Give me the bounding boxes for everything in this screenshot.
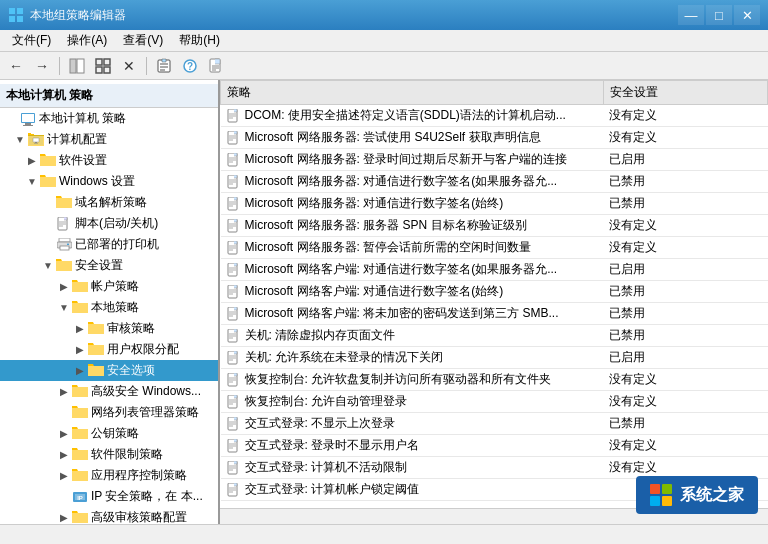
table-row[interactable]: Microsoft 网络服务器: 对通信进行数字签名(如果服务器允...已禁用 — [221, 171, 768, 193]
menu-action[interactable]: 操作(A) — [59, 30, 115, 51]
tree-label-dns: 域名解析策略 — [75, 194, 147, 211]
export-button[interactable] — [204, 55, 228, 77]
tree-item-advsecu[interactable]: ▶ 高级安全 Windows... — [0, 381, 218, 402]
policy-row-icon — [227, 351, 241, 365]
tree-item-security[interactable]: ▼ 安全设置 — [0, 255, 218, 276]
help-button[interactable]: ? — [178, 55, 202, 77]
toggle-security[interactable]: ▼ — [40, 258, 56, 274]
tree-label-local-policy: 本地策略 — [91, 299, 139, 316]
table-row[interactable]: Microsoft 网络服务器: 对通信进行数字签名(始终)已禁用 — [221, 193, 768, 215]
toggle-audit[interactable]: ▶ — [72, 321, 88, 337]
policy-setting: 已禁用 — [603, 281, 767, 303]
back-button[interactable]: ← — [4, 55, 28, 77]
policy-setting: 没有定义 — [603, 215, 767, 237]
tree-item-secoptions[interactable]: ▶ 安全选项 — [0, 360, 218, 381]
tree-item-local[interactable]: 本地计算机 策略 — [0, 108, 218, 129]
maximize-button[interactable]: □ — [706, 5, 732, 25]
table-row[interactable]: Microsoft 网络服务器: 尝试使用 S4U2Self 获取声明信息没有定… — [221, 127, 768, 149]
toggle-advaudit[interactable]: ▶ — [56, 510, 72, 525]
tree-item-userrights[interactable]: ▶ 用户权限分配 — [0, 339, 218, 360]
tree-item-local-policy[interactable]: ▼ 本地策略 — [0, 297, 218, 318]
tree-item-software[interactable]: ▶ 软件设置 — [0, 150, 218, 171]
menu-view[interactable]: 查看(V) — [115, 30, 171, 51]
forward-button[interactable]: → — [30, 55, 54, 77]
toggle-dns — [40, 195, 56, 211]
tree-item-printer[interactable]: 已部署的打印机 — [0, 234, 218, 255]
table-row[interactable]: Microsoft 网络服务器: 暂停会话前所需的空闲时间数量没有定义 — [221, 237, 768, 259]
toggle-softlimit[interactable]: ▶ — [56, 447, 72, 463]
separator-1 — [59, 57, 60, 75]
table-row[interactable]: Microsoft 网络客户端: 对通信进行数字签名(始终)已禁用 — [221, 281, 768, 303]
windows-logo — [650, 484, 672, 506]
tree-label-computer: 计算机配置 — [47, 131, 107, 148]
show-hide-button[interactable] — [65, 55, 89, 77]
toggle-account[interactable]: ▶ — [56, 279, 72, 295]
policy-setting: 没有定义 — [603, 105, 767, 127]
tree-item-advaudit[interactable]: ▶ 高级审核策略配置 — [0, 507, 218, 524]
folder-audit-icon — [88, 321, 104, 337]
svg-rect-8 — [96, 67, 102, 73]
tree-label-printer: 已部署的打印机 — [75, 236, 159, 253]
folder-computer-icon — [28, 132, 44, 148]
toggle-icon[interactable] — [4, 111, 20, 127]
tree-label-account: 帐户策略 — [91, 278, 139, 295]
table-row[interactable]: 交互式登录: 不显示上次登录已禁用 — [221, 413, 768, 435]
toggle-applocker[interactable]: ▶ — [56, 468, 72, 484]
col-setting[interactable]: 安全设置 — [603, 81, 767, 105]
delete-button[interactable]: ✕ — [117, 55, 141, 77]
table-row[interactable]: 恢复控制台: 允许软盘复制并访问所有驱动器和所有文件夹没有定义 — [221, 369, 768, 391]
toggle-advsecu[interactable]: ▶ — [56, 384, 72, 400]
toggle-secoptions[interactable]: ▶ — [72, 363, 88, 379]
policy-setting: 已禁用 — [603, 413, 767, 435]
tree-item-ipsec[interactable]: IP IP 安全策略，在 本... — [0, 486, 218, 507]
table-row[interactable]: 恢复控制台: 允许自动管理登录没有定义 — [221, 391, 768, 413]
toggle-windows[interactable]: ▼ — [24, 174, 40, 190]
tree-item-dns[interactable]: 域名解析策略 — [0, 192, 218, 213]
toggle-local-policy[interactable]: ▼ — [56, 300, 72, 316]
toggle-pubkey[interactable]: ▶ — [56, 426, 72, 442]
table-row[interactable]: Microsoft 网络客户端: 将未加密的密码发送到第三方 SMB...已禁用 — [221, 303, 768, 325]
toggle-netlist — [56, 405, 72, 421]
table-row[interactable]: 关机: 清除虚拟内存页面文件已禁用 — [221, 325, 768, 347]
toggle-script — [40, 216, 56, 232]
policy-name: Microsoft 网络服务器: 暂停会话前所需的空闲时间数量 — [245, 240, 532, 254]
table-row[interactable]: 关机: 允许系统在未登录的情况下关闭已启用 — [221, 347, 768, 369]
svg-rect-22 — [23, 125, 33, 126]
toggle-userrights[interactable]: ▶ — [72, 342, 88, 358]
table-row[interactable]: 交互式登录: 登录时不显示用户名没有定义 — [221, 435, 768, 457]
tree-item-computer[interactable]: ▼ 计算机配置 — [0, 129, 218, 150]
svg-rect-35 — [60, 246, 69, 250]
menu-file[interactable]: 文件(F) — [4, 30, 59, 51]
table-row[interactable]: Microsoft 网络客户端: 对通信进行数字签名(如果服务器允...已启用 — [221, 259, 768, 281]
col-policy[interactable]: 策略 — [221, 81, 604, 105]
policy-row-icon — [227, 153, 241, 167]
tree-item-pubkey[interactable]: ▶ 公钥策略 — [0, 423, 218, 444]
tree-label-security: 安全设置 — [75, 257, 123, 274]
table-row[interactable]: Microsoft 网络服务器: 服务器 SPN 目标名称验证级别没有定义 — [221, 215, 768, 237]
close-button[interactable]: ✕ — [734, 5, 760, 25]
toggle-software[interactable]: ▶ — [24, 153, 40, 169]
policy-table[interactable]: 策略 安全设置 DCOM: 使用安全描述符定义语言(SDDL)语法的计算机启动.… — [220, 80, 768, 508]
table-row[interactable]: DCOM: 使用安全描述符定义语言(SDDL)语法的计算机启动...没有定义 — [221, 105, 768, 127]
grid-button[interactable] — [91, 55, 115, 77]
policy-row-icon — [227, 241, 241, 255]
tree-item-applocker[interactable]: ▶ 应用程序控制策略 — [0, 465, 218, 486]
minimize-button[interactable]: — — [678, 5, 704, 25]
tree-item-softlimit[interactable]: ▶ 软件限制策略 — [0, 444, 218, 465]
tree-item-script[interactable]: 脚本(启动/关机) — [0, 213, 218, 234]
svg-rect-7 — [104, 59, 110, 65]
properties-button[interactable] — [152, 55, 176, 77]
policy-name: Microsoft 网络服务器: 对通信进行数字签名(始终) — [245, 196, 504, 210]
computer-icon — [20, 111, 36, 127]
policy-row-icon — [227, 417, 241, 431]
toggle-computer[interactable]: ▼ — [12, 132, 28, 148]
tree-label-audit: 审核策略 — [107, 320, 155, 337]
tree-item-account[interactable]: ▶ 帐户策略 — [0, 276, 218, 297]
menu-help[interactable]: 帮助(H) — [171, 30, 228, 51]
tree-item-netlist[interactable]: 网络列表管理器策略 — [0, 402, 218, 423]
policy-row-icon — [227, 307, 241, 321]
tree-item-windows[interactable]: ▼ Windows 设置 — [0, 171, 218, 192]
tree-item-audit[interactable]: ▶ 审核策略 — [0, 318, 218, 339]
table-row[interactable]: Microsoft 网络服务器: 登录时间过期后尽新开与客户端的连接已启用 — [221, 149, 768, 171]
policy-row-icon — [227, 285, 241, 299]
